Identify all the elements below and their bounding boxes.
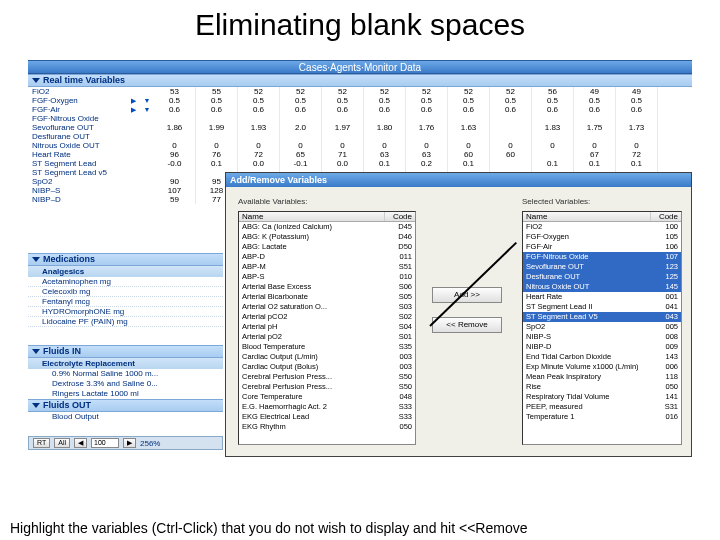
available-label: Available Variables: (238, 197, 308, 206)
list-item[interactable]: Heart Rate001 (523, 292, 681, 302)
code-column[interactable]: Code (385, 212, 415, 221)
list-item[interactable]: Cardiac Output (Bolus)003 (239, 362, 415, 372)
list-item[interactable]: Core Temperature048 (239, 392, 415, 402)
fluids-out-header[interactable]: Fluids OUT (28, 399, 223, 412)
list-item[interactable]: SpO2005 (523, 322, 681, 332)
data-cell (238, 132, 280, 141)
list-item[interactable]: Arterial pO2S01 (239, 332, 415, 342)
list-item[interactable]: ABP-D011 (239, 252, 415, 262)
down-icon (140, 141, 154, 150)
data-cell: 0 (280, 141, 322, 150)
list-item[interactable]: PEEP, measuredS31 (523, 402, 681, 412)
list-item[interactable]: ABP-S010 (239, 272, 415, 282)
realtime-header[interactable]: Real time Variables (28, 74, 692, 87)
list-item[interactable]: ST Segment Lead V5043 (523, 312, 681, 322)
next-button[interactable]: ▶ (123, 438, 136, 448)
list-item[interactable]: FGF·Nitrous Oxide107 (523, 252, 681, 262)
available-listbox[interactable]: NameCode ABG: Ca (Ionized Calcium)D45ABG… (238, 211, 416, 445)
name-column[interactable]: Name (523, 212, 651, 221)
fluid-item[interactable]: Dextrose 3.3% and Saline 0... (28, 379, 223, 389)
list-item[interactable]: Desflurane OUT125 (523, 272, 681, 282)
list-item[interactable]: FiO2100 (523, 222, 681, 232)
row-label: FiO2 (28, 87, 126, 96)
slide-title: Eliminating blank spaces (0, 0, 720, 46)
medication-item[interactable]: Acetaminophen mg (28, 277, 223, 287)
rt-button[interactable]: RT (33, 438, 50, 448)
row-label: ST Segment Lead (28, 159, 126, 168)
list-item[interactable]: Cerebral Perfusion Press...S50 (239, 382, 415, 392)
list-item[interactable]: Exp Minute Volume x1000 (L/min)006 (523, 362, 681, 372)
code-column[interactable]: Code (651, 212, 681, 221)
zoom-input[interactable]: 100 (91, 438, 119, 448)
list-item[interactable]: EKG Rhythm050 (239, 422, 415, 432)
list-item[interactable]: Arterial BicarbonateS05 (239, 292, 415, 302)
list-item[interactable]: Arterial pCO2S02 (239, 312, 415, 322)
data-cell: 0 (364, 141, 406, 150)
list-item[interactable]: Sevoflurane OUT123 (523, 262, 681, 272)
list-item[interactable]: Cerebral Perfusion Press...S50 (239, 372, 415, 382)
fluid-item[interactable]: 0.9% Normal Saline 1000 m... (28, 369, 223, 379)
medication-item[interactable]: HYDROmorphONE mg (28, 307, 223, 317)
data-cell: 0.5 (490, 96, 532, 105)
list-item[interactable]: Respiratory Tidal Volume141 (523, 392, 681, 402)
fluid-item[interactable]: Blood Output (28, 412, 223, 422)
analgesics-subheader[interactable]: Analgesics (28, 266, 223, 277)
data-cell: 0 (574, 141, 616, 150)
name-column[interactable]: Name (239, 212, 385, 221)
list-item[interactable]: NIBP-D009 (523, 342, 681, 352)
list-item[interactable]: Rise050 (523, 382, 681, 392)
up-icon (126, 186, 140, 195)
prev-button[interactable]: ◀ (74, 438, 87, 448)
data-cell: 0.6 (616, 105, 658, 114)
list-item[interactable]: ABG: LactateD50 (239, 242, 415, 252)
data-cell: 52 (364, 87, 406, 96)
data-cell: 53 (154, 87, 196, 96)
data-cell (280, 132, 322, 141)
medication-item[interactable]: Fentanyl mcg (28, 297, 223, 307)
data-cell (448, 114, 490, 123)
data-cell: 60 (448, 150, 490, 159)
list-item[interactable]: ABG: K (Potassium)D46 (239, 232, 415, 242)
selected-label: Selected Variables: (522, 197, 590, 206)
list-item[interactable]: End Tidal Carbon Dioxide143 (523, 352, 681, 362)
list-item[interactable]: Arterial Base ExcessS06 (239, 282, 415, 292)
data-cell (490, 114, 532, 123)
list-item[interactable]: Cardiac Output (L/min)003 (239, 352, 415, 362)
list-item[interactable]: ST Segment Lead II041 (523, 302, 681, 312)
list-item[interactable]: Blood TemperatureS35 (239, 342, 415, 352)
list-item[interactable]: EKG Electrical LeadS33 (239, 412, 415, 422)
data-cell: 0.6 (574, 105, 616, 114)
data-cell: 0.6 (280, 105, 322, 114)
list-item[interactable]: Arterial pHS04 (239, 322, 415, 332)
remove-button[interactable]: << Remove (432, 317, 502, 333)
list-item[interactable]: ABG: Ca (Ionized Calcium)D45 (239, 222, 415, 232)
fluid-item[interactable]: Ringers Lactate 1000 ml (28, 389, 223, 399)
list-item[interactable]: FGF·Air106 (523, 242, 681, 252)
list-item[interactable]: Arterial O2 saturation O...S03 (239, 302, 415, 312)
down-icon (140, 150, 154, 159)
data-cell: 67 (574, 150, 616, 159)
list-item[interactable]: Mean Peak Inspiratory118 (523, 372, 681, 382)
list-item[interactable]: FGF·Oxygen105 (523, 232, 681, 242)
electrolyte-subheader[interactable]: Electrolyte Replacement (28, 358, 223, 369)
all-button[interactable]: All (54, 438, 70, 448)
selected-listbox[interactable]: NameCode FiO2100FGF·Oxygen105FGF·Air106F… (522, 211, 682, 445)
data-cell: 90 (154, 177, 196, 186)
data-cell: 52 (406, 87, 448, 96)
list-item[interactable]: Nitrous Oxide OUT145 (523, 282, 681, 292)
list-item[interactable]: NIBP-S008 (523, 332, 681, 342)
list-item[interactable]: ABP-MS51 (239, 262, 415, 272)
list-item[interactable]: Temperature 1016 (523, 412, 681, 422)
fluids-in-header[interactable]: Fluids IN (28, 345, 223, 358)
medication-item[interactable]: Lidocaine PF (PAIN) mg (28, 317, 223, 327)
data-cell (364, 132, 406, 141)
medication-item[interactable]: Celecoxib mg (28, 287, 223, 297)
list-item[interactable]: E.G. Haemorrhagic Act. 2S33 (239, 402, 415, 412)
data-cell: 0.5 (154, 96, 196, 105)
data-cell: 72 (616, 150, 658, 159)
data-cell: 1.86 (154, 123, 196, 132)
variable-row: Heart Rate9676726571636360606772 (28, 150, 692, 159)
fluids-panel: Fluids IN Electrolyte Replacement 0.9% N… (28, 345, 223, 422)
medications-header[interactable]: Medications (28, 253, 223, 266)
row-label: FGF·Air (28, 105, 126, 114)
